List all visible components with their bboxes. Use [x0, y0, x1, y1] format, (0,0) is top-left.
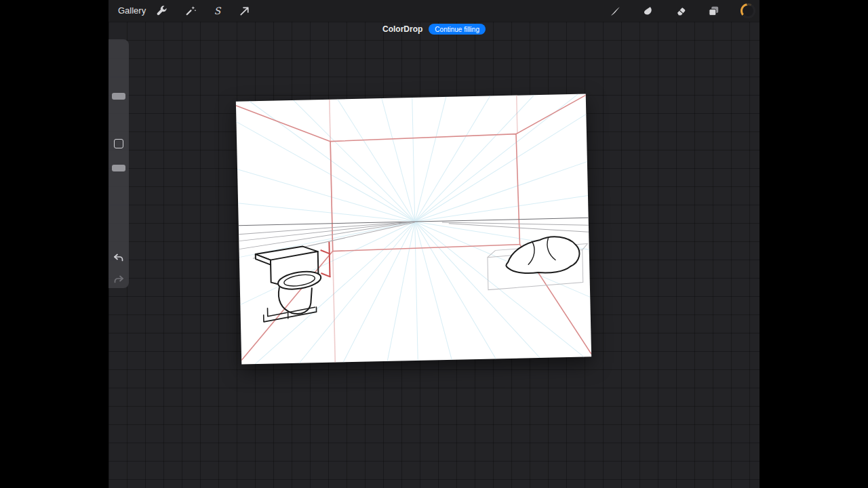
erase-icon: [675, 5, 688, 18]
banner-title: ColorDrop: [382, 24, 422, 34]
transform-arrow-icon: [238, 5, 251, 18]
paint-brush-icon: [609, 5, 622, 18]
screen: Gallery: [0, 0, 868, 488]
undo-icon: [113, 256, 125, 266]
transform-button[interactable]: [233, 3, 255, 19]
undo-button[interactable]: [113, 252, 125, 264]
smudge-button[interactable]: [637, 3, 658, 19]
colordrop-banner: ColorDrop Continue filling: [108, 22, 760, 37]
redo-button[interactable]: [113, 274, 125, 286]
sidebar: [108, 39, 129, 288]
top-toolbar: Gallery: [108, 0, 760, 22]
gallery-button[interactable]: Gallery: [118, 0, 146, 22]
procreate-app: Gallery: [108, 0, 760, 488]
canvas-artwork: [236, 94, 591, 364]
letterbox-left: [0, 0, 108, 488]
color-swatch[interactable]: [741, 3, 755, 18]
brush-size-slider[interactable]: [112, 93, 125, 100]
continue-filling-button[interactable]: Continue filling: [429, 24, 486, 35]
svg-text:S: S: [214, 5, 221, 16]
adjustments-button[interactable]: [179, 3, 201, 19]
toilet-sketch: [256, 246, 323, 322]
opacity-slider[interactable]: [112, 165, 125, 171]
redo-icon: [113, 278, 125, 288]
modify-button[interactable]: [114, 139, 123, 148]
layers-button[interactable]: [703, 3, 724, 19]
adjustments-wand-icon: [184, 5, 197, 18]
paint-button[interactable]: [604, 3, 626, 19]
layers-icon: [707, 5, 720, 18]
smudge-icon: [642, 5, 654, 18]
selection-s-icon: S: [211, 5, 224, 18]
drawing-canvas[interactable]: [236, 94, 591, 364]
erase-button[interactable]: [670, 3, 692, 19]
selection-button[interactable]: S: [206, 3, 228, 19]
letterbox-right: [760, 0, 868, 488]
canvas-workspace: ColorDrop Continue filling: [108, 22, 760, 488]
rock-sketch: [506, 237, 580, 274]
actions-wrench-icon: [155, 5, 168, 18]
actions-button[interactable]: [151, 3, 172, 19]
